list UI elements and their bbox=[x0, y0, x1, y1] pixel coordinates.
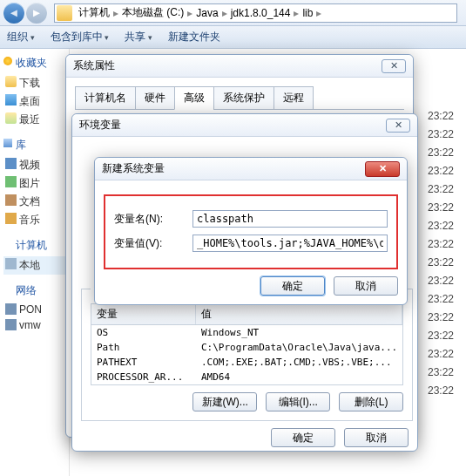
new-system-variable-dialog: 新建系统变量 ✕ 变量名(N): 变量值(V): 确定 取消 bbox=[94, 157, 408, 305]
new-variable-button[interactable]: 新建(W)... bbox=[192, 392, 257, 411]
sidebar-item-pictures[interactable]: 图片 bbox=[3, 174, 65, 193]
system-variables-table[interactable]: 变量 值 OSWindows_NT PathC:\ProgramData\Ora… bbox=[91, 303, 403, 385]
column-variable[interactable]: 变量 bbox=[91, 304, 196, 324]
cancel-button[interactable]: 取消 bbox=[334, 276, 398, 296]
close-icon[interactable]: ✕ bbox=[386, 119, 410, 133]
breadcrumb[interactable]: jdk1.8.0_144 bbox=[228, 7, 294, 19]
sidebar-libraries-header[interactable]: 库 bbox=[3, 136, 65, 156]
ok-button[interactable]: 确定 bbox=[271, 428, 335, 447]
breadcrumb[interactable]: 计算机 bbox=[76, 5, 112, 20]
picture-icon bbox=[5, 176, 17, 187]
computer-icon bbox=[5, 319, 17, 330]
organize-menu[interactable]: 组织 bbox=[7, 30, 35, 44]
sidebar-item-desktop[interactable]: 桌面 bbox=[3, 92, 65, 111]
tab-system-protection[interactable]: 系统保护 bbox=[213, 86, 274, 110]
folder-icon bbox=[57, 5, 72, 21]
desktop-icon bbox=[5, 94, 17, 105]
ok-button[interactable]: 确定 bbox=[260, 276, 325, 296]
column-value[interactable]: 值 bbox=[196, 304, 402, 324]
sidebar-item-local-disk[interactable]: 本地 bbox=[3, 256, 65, 275]
drive-icon bbox=[5, 258, 17, 269]
system-properties-title: 系统属性 bbox=[73, 58, 382, 73]
music-icon bbox=[5, 213, 17, 224]
explorer-sidebar: 收藏夹 下载 桌面 最近 库 视频 图片 文档 音乐 计算机 本地 网络 PON… bbox=[0, 49, 70, 476]
environment-variables-title: 环境变量 bbox=[79, 118, 386, 133]
sidebar-network-header[interactable]: 网络 bbox=[3, 282, 65, 302]
table-row[interactable]: PATHEXT.COM;.EXE;.BAT;.CMD;.VBS;.VBE;... bbox=[91, 355, 402, 370]
sidebar-item-downloads[interactable]: 下载 bbox=[3, 74, 65, 92]
explorer-toolbar: 组织 包含到库中 共享 新建文件夹 bbox=[0, 26, 466, 49]
table-row[interactable]: OSWindows_NT bbox=[91, 325, 402, 340]
sidebar-item-vmw[interactable]: vmw bbox=[3, 317, 65, 333]
nav-forward-button[interactable]: ► bbox=[26, 3, 47, 24]
delete-variable-button[interactable]: 删除(L) bbox=[339, 392, 403, 411]
sidebar-item-pon[interactable]: PON bbox=[3, 302, 65, 317]
variable-name-label: 变量名(N): bbox=[114, 212, 192, 227]
variable-name-input[interactable] bbox=[192, 210, 388, 228]
modified-time-column: 23:2223:22 23:2223:22 23:2223:22 23:2223… bbox=[428, 110, 454, 403]
share-menu[interactable]: 共享 bbox=[125, 30, 152, 44]
system-properties-tabs: 计算机名 硬件 高级 系统保护 远程 bbox=[75, 86, 404, 110]
nav-back-button[interactable]: ◄ bbox=[3, 3, 24, 24]
variable-value-input[interactable] bbox=[192, 235, 388, 252]
download-icon bbox=[5, 76, 17, 87]
tab-hardware[interactable]: 硬件 bbox=[135, 86, 175, 110]
new-folder-button[interactable]: 新建文件夹 bbox=[168, 30, 220, 44]
edit-variable-button[interactable]: 编辑(I)... bbox=[266, 392, 330, 411]
breadcrumb[interactable]: Java bbox=[193, 7, 220, 19]
sidebar-favorites-header[interactable]: 收藏夹 bbox=[3, 54, 65, 74]
table-row[interactable]: PROCESSOR_AR...AMD64 bbox=[91, 370, 402, 384]
sidebar-item-music[interactable]: 音乐 bbox=[3, 211, 65, 229]
highlighted-input-group: 变量名(N): 变量值(V): bbox=[104, 194, 398, 269]
tab-remote[interactable]: 远程 bbox=[274, 86, 314, 110]
new-system-variable-title: 新建系统变量 bbox=[102, 161, 365, 176]
tab-computer-name[interactable]: 计算机名 bbox=[75, 86, 136, 110]
document-icon bbox=[5, 194, 17, 206]
close-icon[interactable]: ✕ bbox=[382, 59, 406, 73]
variable-value-label: 变量值(V): bbox=[114, 236, 192, 251]
tab-advanced[interactable]: 高级 bbox=[174, 86, 214, 110]
close-icon[interactable]: ✕ bbox=[365, 161, 400, 177]
explorer-address-area: ◄ ► 计算机▸ 本地磁盘 (C:)▸ Java▸ jdk1.8.0_144▸ … bbox=[0, 0, 466, 26]
address-bar[interactable]: 计算机▸ 本地磁盘 (C:)▸ Java▸ jdk1.8.0_144▸ lib▸ bbox=[54, 3, 457, 23]
sidebar-item-recent[interactable]: 最近 bbox=[3, 111, 65, 129]
breadcrumb[interactable]: lib bbox=[300, 7, 315, 19]
table-row[interactable]: PathC:\ProgramData\Oracle\Java\java... bbox=[91, 340, 402, 355]
sidebar-computer-header[interactable]: 计算机 bbox=[3, 236, 65, 256]
computer-icon bbox=[5, 303, 17, 315]
sidebar-item-documents[interactable]: 文档 bbox=[3, 193, 65, 211]
breadcrumb[interactable]: 本地磁盘 (C:) bbox=[119, 5, 186, 20]
cancel-button[interactable]: 取消 bbox=[344, 428, 409, 447]
recent-icon bbox=[5, 112, 17, 124]
include-library-menu[interactable]: 包含到库中 bbox=[51, 30, 110, 44]
video-icon bbox=[5, 158, 17, 169]
sidebar-item-videos[interactable]: 视频 bbox=[3, 156, 65, 174]
